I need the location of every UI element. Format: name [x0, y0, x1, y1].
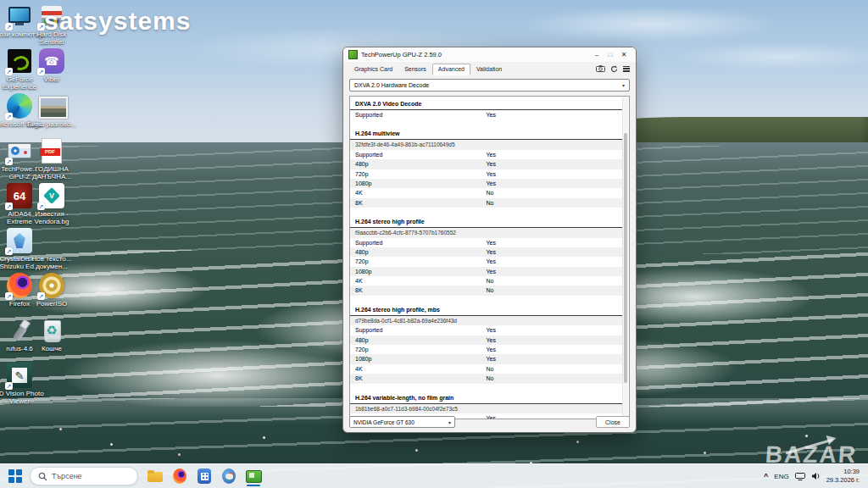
- dxva-section: DXVA 2.0 Video Decode Supported Yes: [350, 99, 622, 119]
- row-label: Supported: [350, 112, 382, 118]
- row-label: 480p: [350, 249, 369, 255]
- taskbar-search[interactable]: Търсене: [30, 467, 138, 485]
- desktop-icon-microsoft-edge[interactable]: ↗ Microsoft Edge: [3, 93, 36, 138]
- gpu-dropdown[interactable]: NVIDIA GeForce GT 630 ▾: [349, 416, 455, 428]
- close-window-button[interactable]: ✕: [617, 47, 631, 62]
- row-label: 1080p: [350, 269, 371, 274]
- row-value: Yes: [487, 267, 496, 276]
- desktop-icon-firefox[interactable]: ↗ Firefox: [3, 273, 36, 318]
- dxva-row: 8K No: [350, 374, 622, 383]
- taskbar-icon-paint[interactable]: [220, 466, 238, 486]
- row-label: 8K: [350, 375, 363, 381]
- dxva-section: H.264 stereo high profile, mbs d79be8da-…: [350, 305, 622, 384]
- taskbar-left: Търсене: [8, 466, 263, 486]
- row-label: 8K: [350, 287, 363, 293]
- desktop-icon-vendora-notifications[interactable]: V↗ Известия - Vendora.bg: [36, 183, 68, 228]
- dxva-row: 4K No: [350, 188, 622, 197]
- section-guid: 1b81be68-a0c7-11d3-b984-00c04f2e73c5: [350, 404, 622, 413]
- window-bottom-bar: NVIDIA GeForce GT 630 ▾ Close: [349, 416, 630, 428]
- taskbar: Търсене ^ ENG 10:39 29.3.2026 г.: [0, 463, 868, 488]
- taskbar-icon-file-explorer[interactable]: [146, 466, 164, 486]
- row-value: Yes: [487, 257, 496, 266]
- section-header: H.264 multiview: [350, 129, 622, 140]
- tab-graphics-card[interactable]: Graphics Card: [348, 64, 398, 75]
- taskbar-icon-gpu-z[interactable]: [244, 466, 263, 486]
- desktop-icon-photo-file[interactable]: Бивш разгово...: [36, 93, 68, 138]
- active-app-indicator: [247, 485, 260, 487]
- desktop-icon-new-text-document[interactable]: Нов тексто... докумен...: [36, 228, 68, 273]
- row-value: Yes: [487, 238, 496, 247]
- minimize-button[interactable]: –: [590, 47, 604, 62]
- recycle-icon: ♻: [39, 318, 64, 343]
- tab-sensors[interactable]: Sensors: [398, 64, 432, 75]
- dxva-list: DXVA 2.0 Video Decode Supported Yes H.26…: [350, 97, 622, 419]
- window-title: TechPowerUp GPU-Z 2.59.0: [361, 51, 590, 58]
- dxva-row: 720p Yes: [350, 345, 622, 354]
- language-indicator[interactable]: ENG: [774, 473, 788, 480]
- section-guid: 32fdfe3f-de46-4a49-861b-ac71110649d5: [350, 140, 622, 149]
- row-label: Supported: [350, 327, 382, 333]
- tabs: Graphics CardSensorsAdvancedValidation: [348, 64, 508, 75]
- shortcut-arrow-icon: ↗: [5, 202, 13, 210]
- taskbar-icon-firefox[interactable]: [170, 466, 189, 486]
- row-value: No: [487, 364, 494, 374]
- start-button[interactable]: [8, 469, 22, 483]
- gpuz-app-icon: [348, 50, 358, 59]
- taskbar-clock[interactable]: 10:39 29.3.2026 г.: [826, 468, 860, 485]
- row-label: 4K: [350, 190, 363, 196]
- desktop-icon-pdf-document[interactable]: PDF ГОДИШНА ДАНЪЧНА...: [36, 138, 68, 183]
- taskbar-pinned-icons: [146, 466, 263, 486]
- clock-date: 29.3.2026 г.: [826, 476, 860, 485]
- chevron-down-icon: ▾: [448, 419, 451, 425]
- rufus-icon: [7, 318, 32, 343]
- desktop-icon-viber[interactable]: ☎↗ Viber: [36, 48, 68, 93]
- close-button[interactable]: Close: [596, 416, 630, 428]
- scrollbar-thumb[interactable]: [624, 133, 627, 383]
- row-value: No: [487, 374, 494, 383]
- volume-icon[interactable]: [811, 472, 821, 480]
- row-label: 480p: [350, 161, 369, 167]
- shortcut-arrow-icon: ↗: [5, 292, 13, 300]
- row-value: Yes: [487, 110, 496, 119]
- dxva-row: 480p Yes: [350, 336, 622, 345]
- row-value: Yes: [487, 325, 496, 335]
- taskbar-icon-calculator[interactable]: [195, 466, 214, 486]
- dxva-section: H.264 stereo high profile f9aaccbb-c2b6-…: [350, 217, 622, 296]
- desktop-icon-recycle-bin[interactable]: ♻ Кошче: [36, 318, 68, 363]
- system-tray: ^ ENG 10:39 29.3.2026 г.: [764, 468, 860, 485]
- tab-advanced[interactable]: Advanced: [432, 64, 470, 75]
- desktop-icon-rufus[interactable]: rufus-4.6: [3, 318, 36, 363]
- desktop-icon-3d-vision-photo-viewer[interactable]: ✎↗ 3D Vision Photo Viewer: [3, 363, 36, 408]
- tray-overflow-chevron-icon[interactable]: ^: [764, 472, 768, 480]
- clock-time: 10:39: [826, 468, 860, 476]
- dxva-row: 1080p Yes: [350, 179, 622, 188]
- refresh-icon[interactable]: [610, 65, 618, 73]
- window-controls: – □ ✕: [590, 47, 631, 62]
- row-value: No: [487, 198, 494, 208]
- row-value: Yes: [487, 179, 496, 188]
- desktop-icon-poweriso[interactable]: ↗ PowerISO: [36, 273, 68, 318]
- row-label: 4K: [350, 366, 363, 372]
- dxva-row: Supported Yes: [350, 325, 622, 335]
- dxva-row: Supported Yes: [350, 238, 622, 247]
- row-value: Yes: [487, 345, 496, 354]
- watermark-satsystems: satsystems: [44, 7, 191, 36]
- dxva-row: 8K No: [350, 286, 622, 295]
- desktop-icon-label: Известия - Vendora.bg: [27, 210, 76, 225]
- camera-icon[interactable]: [596, 65, 605, 72]
- menu-icon[interactable]: [623, 64, 630, 73]
- section-guid: f9aaccbb-c2b6-4cfc-8779-5707b1760552: [350, 228, 622, 237]
- desktop-icon-label: PowerISO: [27, 300, 76, 308]
- desktop-icon-geforce-experience[interactable]: ↗ GeForce Experience: [3, 48, 36, 93]
- titlebar[interactable]: TechPowerUp GPU-Z 2.59.0 – □ ✕: [343, 47, 636, 62]
- row-value: No: [487, 276, 494, 286]
- tab-validation[interactable]: Validation: [470, 64, 508, 75]
- feature-dropdown[interactable]: DXVA 2.0 Hardware Decode ▾: [349, 79, 630, 92]
- network-icon[interactable]: [795, 472, 805, 480]
- shortcut-arrow-icon: ↗: [5, 158, 13, 165]
- maximize-button[interactable]: □: [604, 47, 617, 62]
- scrollbar[interactable]: [622, 97, 628, 418]
- desktop-icon-grid: ↗ Този компютър ↗ GeForce Experience ↗ M…: [3, 3, 68, 408]
- row-label: 1080p: [350, 356, 371, 362]
- row-value: No: [487, 188, 494, 197]
